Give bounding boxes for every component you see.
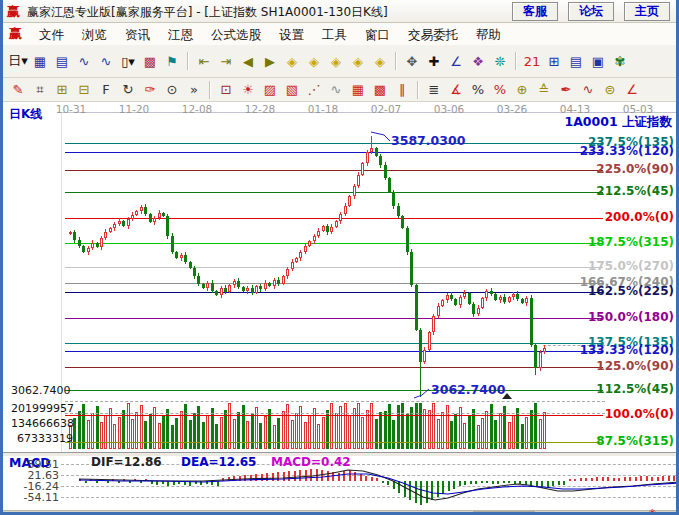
kline-period-dropdown[interactable]: 日▾	[7, 51, 29, 71]
date-tick-12-08: 12-08	[182, 103, 213, 115]
date-tick-10-31: 10-31	[56, 103, 87, 115]
volume-bar	[454, 414, 457, 449]
draw-pen-tool-icon[interactable]: ✑	[139, 80, 161, 100]
home-button[interactable]: 主页	[624, 2, 670, 21]
macd-hist-bar	[481, 481, 483, 483]
pan-hand-icon[interactable]: ✥	[401, 51, 423, 71]
fibonacci-tool-icon[interactable]: F	[95, 80, 117, 100]
ray-fan-tool-icon[interactable]: ☀	[237, 80, 259, 100]
crosshair-icon[interactable]: ✚	[423, 51, 445, 71]
fill-box-tool-icon[interactable]: ▨	[259, 80, 281, 100]
customer-service-button[interactable]: 客服	[512, 2, 558, 21]
notes-icon[interactable]: ▤	[565, 51, 587, 71]
diamond-tool-1-icon[interactable]: ◈	[281, 51, 303, 71]
macd-hist-bar	[426, 481, 428, 503]
channel-tool-icon[interactable]: ∥	[391, 80, 413, 100]
ray-box-tool-icon[interactable]: ▧	[281, 80, 303, 100]
macd-hist-bar	[101, 479, 103, 481]
macd-hist-bar	[409, 481, 411, 500]
diamond-tool-4-icon[interactable]: ◈	[347, 51, 369, 71]
gold-box-tool-icon[interactable]: ⊟	[73, 80, 95, 100]
time-grid-tool-icon[interactable]: ▩	[369, 80, 391, 100]
grid-tool-icon[interactable]: ⌗	[29, 80, 51, 100]
gold-mark-tool-icon[interactable]: ⊜	[599, 80, 621, 100]
calendar-21-icon[interactable]: 21	[521, 51, 543, 71]
macd-hist-bar	[156, 481, 158, 485]
status-flower-icon: ❀	[649, 508, 656, 515]
info-doc-icon[interactable]: ▤	[51, 51, 73, 71]
spiral-tool-icon[interactable]: ↻	[117, 80, 139, 100]
cycle-circle-tool-icon[interactable]: ⊙	[161, 80, 183, 100]
status-scroll-box[interactable]	[473, 511, 535, 515]
menu-item-5[interactable]: 设置	[270, 24, 313, 45]
candle	[286, 269, 289, 276]
minute-9-chart-icon[interactable]: ∿	[95, 51, 117, 71]
menu-item-2[interactable]: 资讯	[116, 24, 159, 45]
minute-3-chart-icon[interactable]: ∿	[73, 51, 95, 71]
macd-hist-bar	[624, 477, 626, 481]
menu-item-0[interactable]: 文件	[30, 24, 73, 45]
volume-bar	[441, 412, 444, 449]
diamond-tool-2-icon[interactable]: ◈	[303, 51, 325, 71]
first-page-icon[interactable]: ⇤	[193, 51, 215, 71]
candle	[322, 226, 325, 231]
chart-canvas[interactable]	[3, 102, 676, 455]
gold-circle-tool-icon[interactable]: ⊕	[511, 80, 533, 100]
last-page-icon[interactable]: ⇥	[215, 51, 237, 71]
angle-lines-tool-icon[interactable]: ⋰	[303, 80, 325, 100]
pattern-search-icon[interactable]: ▦	[29, 51, 51, 71]
save-icon[interactable]: ▣	[587, 51, 609, 71]
macd-hist-bar	[415, 481, 417, 503]
scale-ruler-tool-icon[interactable]: ≣	[423, 80, 445, 100]
menu-item-6[interactable]: 工具	[313, 24, 356, 45]
next-bar-icon[interactable]: ▶	[259, 51, 281, 71]
macd-macd-value: MACD=0.42	[271, 455, 351, 469]
macd-hist-bar	[492, 481, 494, 484]
gann-pattern-icon[interactable]: ▩	[139, 51, 161, 71]
menu-item-4[interactable]: 公式选股	[202, 24, 270, 45]
macd-hist-bar	[266, 473, 268, 481]
macd-hist-bar	[134, 479, 136, 481]
diamond-tool-3-icon[interactable]: ◈	[325, 51, 347, 71]
volume-bar	[295, 413, 298, 449]
forum-button[interactable]: 论坛	[568, 2, 614, 21]
diamond-tool-5-icon[interactable]: ◈	[369, 51, 391, 71]
menu-item-9[interactable]: 帮助	[467, 24, 510, 45]
j-angle-tool-icon[interactable]: ∠	[621, 80, 643, 100]
macd-hist-bar	[486, 481, 488, 483]
gann-frame-tool-icon[interactable]: ⊡	[215, 80, 237, 100]
gold-grid-tool-icon[interactable]: ⊞	[51, 80, 73, 100]
macd-hist-bar	[145, 479, 147, 481]
price-grid-tool-icon[interactable]: ▦	[347, 80, 369, 100]
wave-window-tool-icon[interactable]: ∿	[577, 80, 599, 100]
menu-item-7[interactable]: 窗口	[356, 24, 399, 45]
volume-bar	[113, 424, 116, 449]
more-tools-icon[interactable]: »	[183, 80, 205, 100]
percent-tool-icon[interactable]: %	[467, 80, 489, 100]
volume-scale-label-3: 67333319	[17, 432, 73, 445]
macd-hist-bar	[222, 478, 224, 481]
menu-item-1[interactable]: 浏览	[73, 24, 116, 45]
external-tool-icon[interactable]: ✾	[609, 51, 631, 71]
percent-line-tool-icon[interactable]: %	[489, 80, 511, 100]
percent-angle-tool-icon[interactable]: ∡	[445, 80, 467, 100]
candle-mark-tool-icon[interactable]: ✒	[555, 80, 577, 100]
menu-item-3[interactable]: 江恩	[159, 24, 202, 45]
menu-item-8[interactable]: 交易委托	[399, 24, 467, 45]
indicator-flag-icon[interactable]: ⚑	[161, 51, 183, 71]
wave-tool-icon[interactable]: ∿	[325, 80, 347, 100]
smart-analysis-icon[interactable]: ❊	[489, 51, 511, 71]
brush-tool-icon[interactable]: ✎	[7, 80, 29, 100]
angle-measure-icon[interactable]: ∠	[445, 51, 467, 71]
gann-square-icon[interactable]: ❖	[467, 51, 489, 71]
calculator-icon[interactable]: ⊞	[543, 51, 565, 71]
macd-hist-bar	[151, 481, 153, 484]
gann-line-100.0%(0)	[65, 415, 603, 416]
candle	[166, 216, 169, 236]
volume-bar	[485, 411, 488, 449]
prev-bar-icon[interactable]: ◀	[237, 51, 259, 71]
macd-hist-bar	[239, 476, 241, 481]
macd-hist-bar	[200, 481, 202, 485]
gold-line-tool-icon[interactable]: ≙	[533, 80, 555, 100]
candle-style-dropdown[interactable]: ▯▾	[117, 51, 139, 71]
